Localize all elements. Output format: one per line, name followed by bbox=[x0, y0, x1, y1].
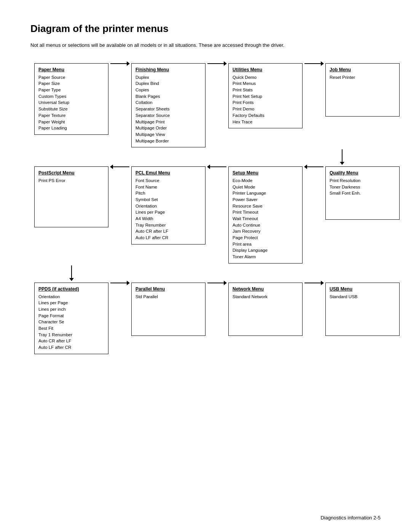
job-menu-items: Reset Printer bbox=[330, 74, 395, 81]
arrow-r1-1 bbox=[108, 63, 131, 64]
row2: PostScript Menu Print PS Error PCL Emul … bbox=[34, 166, 377, 264]
arrow-right-icon bbox=[207, 63, 226, 64]
setup-menu-items: Eco-Mode Quiet Mode Printer Language Pow… bbox=[233, 177, 298, 260]
postscript-menu-items: Print PS Error bbox=[38, 177, 104, 184]
arrow-r3-1 bbox=[108, 283, 131, 283]
utilities-menu-items: Quick Demo Print Menus Print Stats Print… bbox=[233, 74, 298, 125]
finishing-menu-title: Finishing Menu bbox=[135, 67, 201, 73]
page: Diagram of the printer menus Not all men… bbox=[0, 0, 411, 377]
quality-menu-box: Quality Menu Print Resolution Toner Dark… bbox=[325, 166, 400, 220]
setup-menu-title: Setup Menu bbox=[233, 170, 298, 176]
spacer-conn1 bbox=[34, 147, 307, 166]
connector-row1 bbox=[34, 147, 377, 166]
arrow-right-icon bbox=[207, 283, 226, 283]
down-arrow-postscript bbox=[34, 264, 108, 283]
ppds-menu-title: PPDS (if activated) bbox=[38, 286, 104, 292]
page-title: Diagram of the printer menus bbox=[30, 23, 381, 35]
arrow-r3-2 bbox=[206, 283, 228, 283]
quality-menu-title: Quality Menu bbox=[330, 170, 395, 176]
paper-menu-title: Paper Menu bbox=[38, 67, 104, 73]
arrow-down-icon bbox=[342, 149, 342, 165]
arrow-down-icon bbox=[71, 265, 72, 281]
utilities-menu-title: Utilities Menu bbox=[233, 67, 298, 73]
paper-menu-items: Paper Source Paper Size Paper Type Custo… bbox=[38, 74, 104, 131]
page-description: Not all menus or selections will be avai… bbox=[30, 42, 342, 48]
spacer-conn2 bbox=[108, 264, 377, 283]
postscript-menu-box: PostScript Menu Print PS Error bbox=[34, 166, 108, 227]
parallel-menu-box: Parallel Menu Std Parallel bbox=[131, 283, 206, 336]
footer: Diagnostics information 2-5 bbox=[320, 515, 381, 521]
pcl-emul-menu-title: PCL Emul Menu bbox=[135, 170, 201, 176]
finishing-menu-box: Finishing Menu Duplex Duplex Bind Copies… bbox=[131, 63, 206, 147]
diagram: Paper Menu Paper Source Paper Size Paper… bbox=[34, 63, 377, 354]
arrow-r1-3 bbox=[303, 63, 325, 64]
parallel-menu-items: Std Parallel bbox=[135, 294, 201, 300]
network-menu-box: Network Menu Standard Network bbox=[228, 283, 303, 336]
arrow-right-icon bbox=[110, 283, 129, 283]
arrow-r3-3 bbox=[303, 283, 325, 283]
ppds-menu-box: PPDS (if activated) Orientation Lines pe… bbox=[34, 283, 108, 354]
usb-menu-items: Standard USB bbox=[330, 294, 395, 300]
network-menu-title: Network Menu bbox=[233, 286, 298, 292]
connector-row2 bbox=[34, 264, 377, 283]
arrow-left-icon bbox=[110, 166, 129, 167]
network-menu-items: Standard Network bbox=[233, 294, 298, 300]
parallel-menu-title: Parallel Menu bbox=[135, 286, 201, 292]
postscript-menu-title: PostScript Menu bbox=[38, 170, 104, 176]
arrow-right-icon bbox=[110, 63, 129, 64]
finishing-menu-items: Duplex Duplex Bind Copies Blank Pages Co… bbox=[135, 74, 201, 144]
arrow-r1-2 bbox=[206, 63, 228, 64]
row1: Paper Menu Paper Source Paper Size Paper… bbox=[34, 63, 377, 147]
paper-menu-box: Paper Menu Paper Source Paper Size Paper… bbox=[34, 63, 108, 135]
footer-text: Diagnostics information 2-5 bbox=[320, 515, 381, 521]
row3: PPDS (if activated) Orientation Lines pe… bbox=[34, 283, 377, 354]
ppds-menu-items: Orientation Lines per Page Lines per inc… bbox=[38, 294, 104, 351]
arrow-r2-3 bbox=[303, 166, 325, 167]
arrow-right-icon bbox=[304, 63, 323, 64]
job-menu-box: Job Menu Reset Printer bbox=[325, 63, 400, 117]
usb-menu-box: USB Menu Standard USB bbox=[325, 283, 400, 336]
setup-menu-box: Setup Menu Eco-Mode Quiet Mode Printer L… bbox=[228, 166, 303, 264]
pcl-emul-menu-box: PCL Emul Menu Font Source Font Name Pitc… bbox=[131, 166, 206, 244]
arrow-left-icon bbox=[304, 166, 323, 167]
arrow-r2-2 bbox=[206, 166, 228, 167]
arrow-left-icon bbox=[207, 166, 226, 167]
utilities-menu-box: Utilities Menu Quick Demo Print Menus Pr… bbox=[228, 63, 303, 128]
quality-menu-items: Print Resolution Toner Darkness Small Fo… bbox=[330, 177, 395, 197]
job-menu-title: Job Menu bbox=[330, 67, 395, 73]
down-arrow-job bbox=[307, 147, 377, 166]
pcl-emul-menu-items: Font Source Font Name Pitch Symbol Set O… bbox=[135, 177, 201, 241]
arrow-r2-1 bbox=[108, 166, 131, 167]
arrow-right-icon bbox=[304, 283, 323, 283]
usb-menu-title: USB Menu bbox=[330, 286, 395, 292]
